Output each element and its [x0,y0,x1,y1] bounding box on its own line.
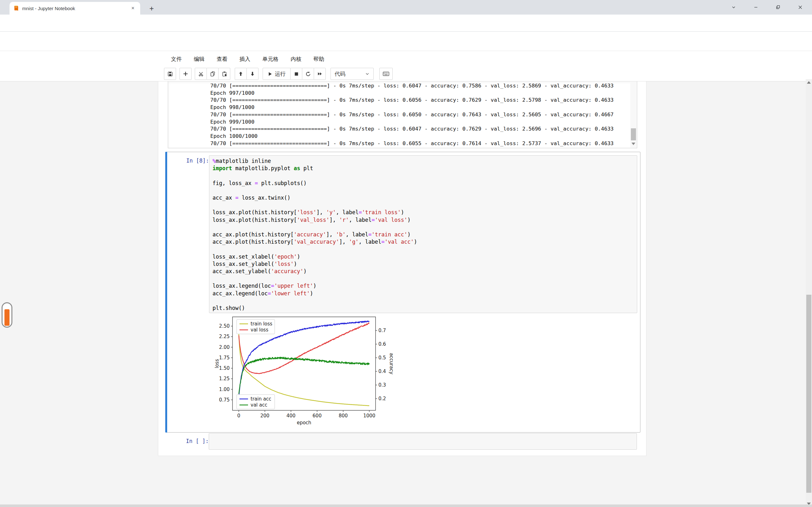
svg-text:2.25: 2.25 [219,334,230,339]
menu-view[interactable]: 查看 [211,55,234,63]
svg-text:1.75: 1.75 [219,355,230,360]
run-label: 运行 [275,70,286,78]
save-icon [167,71,173,77]
window-close-button[interactable] [790,0,811,14]
save-button[interactable] [164,68,176,80]
menu-help[interactable]: 帮助 [307,55,330,63]
scroll-up-icon[interactable] [807,81,811,83]
empty-code-cell[interactable]: In [ ]: [165,430,641,453]
svg-text:train acc: train acc [251,396,271,402]
restart-icon [305,71,311,77]
run-cell-button[interactable]: 运行 [263,68,291,80]
svg-text:0.6: 0.6 [378,341,386,347]
menu-file[interactable]: 文件 [165,55,188,63]
restart-kernel-button[interactable] [302,68,314,80]
new-tab-button[interactable]: + [147,3,157,14]
run-icon [268,72,272,76]
paste-cell-button[interactable] [218,68,230,80]
menu-kernel[interactable]: 内核 [285,55,307,63]
move-cell-up-button[interactable] [235,68,247,80]
tab-close-icon[interactable]: × [130,5,136,12]
training-log-lines: 70/70 [==============================] -… [210,82,629,147]
svg-text:1.25: 1.25 [219,376,230,382]
output-scroll-down-icon[interactable] [631,143,635,145]
move-cell-down-button[interactable] [247,68,258,80]
fast-forward-icon [317,71,322,76]
cell-type-value: 代码 [335,70,345,78]
svg-text:val acc: val acc [251,402,267,408]
edge-extension-progress [4,309,9,326]
restart-run-all-button[interactable] [314,68,326,80]
cut-cell-button[interactable] [195,68,207,80]
svg-text:loss: loss [214,359,220,368]
browser-tab[interactable]: mnist - Jupyter Notebook × [9,2,140,14]
copy-cell-button[interactable] [206,68,218,80]
matplotlib-figure: 020040060080010002.502.252.001.751.501.2… [213,314,397,429]
notebook-page: 70/70 [==============================] -… [0,81,812,507]
svg-text:0.7: 0.7 [378,328,386,333]
svg-text:1000: 1000 [363,413,375,418]
code-cell-selected[interactable]: In [8]: %matplotlib inlineimport matplot… [165,152,641,433]
paste-icon [222,71,227,77]
menu-items: 文件 编辑 查看 插入 单元格 内核 帮助 [165,51,330,67]
plus-icon [183,71,188,76]
svg-text:0.4: 0.4 [378,369,386,374]
svg-text:0: 0 [237,413,241,418]
svg-text:2.00: 2.00 [219,344,230,350]
tab-title: mnist - Jupyter Notebook [22,6,130,11]
chevron-down-icon [365,72,369,76]
copy-icon [210,71,215,77]
code-editor[interactable]: %matplotlib inlineimport matplotlib.pypl… [209,155,637,313]
jupyter-menubar: 文件 编辑 查看 插入 单元格 内核 帮助 不可信 Python 3 (ipyk… [0,51,812,67]
arrow-down-icon [250,71,255,76]
training-output-scroll-area[interactable]: 70/70 [==============================] -… [168,81,637,148]
cell-type-select[interactable]: 代码 [331,68,374,80]
tab-search-chevron-icon[interactable] [723,0,744,14]
menu-edit[interactable]: 编辑 [188,55,211,63]
menu-cell[interactable]: 单元格 [256,55,285,63]
scissors-icon [198,71,204,77]
notebook-container: 70/70 [==============================] -… [158,81,647,456]
svg-text:400: 400 [287,413,296,418]
svg-text:1.00: 1.00 [219,387,230,392]
svg-text:2.50: 2.50 [219,323,230,329]
code-lines: %matplotlib inlineimport matplotlib.pypl… [212,158,634,312]
menu-insert[interactable]: 插入 [234,55,256,63]
svg-text:train loss: train loss [251,321,272,327]
screen: mnist - Jupyter Notebook × + [0,0,812,507]
jupyter-header: jupyter mnist 最新检查点: 14 分钟前（已自动保存） 注销 [0,32,812,51]
empty-input-prompt: In [ ]: [175,438,209,444]
keyboard-icon [383,72,389,76]
add-cell-button[interactable] [180,68,192,80]
svg-text:epoch: epoch [297,420,311,426]
browser-titlebar: mnist - Jupyter Notebook × + [0,0,812,14]
svg-text:800: 800 [339,413,348,418]
window-bottom-edge [0,504,812,507]
command-palette-button[interactable] [379,68,393,80]
page-scrollbar-thumb[interactable] [806,295,811,493]
stop-icon [294,72,299,76]
output-scrollbar-thumb[interactable] [631,128,636,140]
output-scrollbar[interactable] [630,81,637,148]
svg-text:0.5: 0.5 [378,355,386,360]
window-restore-button[interactable] [768,0,789,14]
page-scrollbar[interactable] [806,79,812,507]
jupyter-favicon-icon [13,5,19,11]
svg-text:0.2: 0.2 [378,396,386,401]
arrow-up-icon [238,71,243,76]
svg-text:600: 600 [312,413,322,418]
svg-text:0.3: 0.3 [378,382,386,388]
jupyter-toolbar: 运行 代码 [0,67,812,81]
svg-text:accuracy: accuracy [389,353,394,375]
window-minimize-button[interactable] [745,0,766,14]
svg-text:val loss: val loss [251,327,268,333]
empty-code-editor[interactable] [209,433,637,450]
selected-cell-indicator [165,152,167,433]
input-prompt: In [8]: [175,158,209,164]
browser-addressbar: localhost:8888/notebooks/demo/mnist.ipyn… [0,14,812,32]
edge-extension-handle[interactable] [2,302,12,328]
svg-text:200: 200 [260,413,270,418]
svg-text:0.75: 0.75 [219,397,230,403]
interrupt-kernel-button[interactable] [290,68,302,80]
svg-text:1.50: 1.50 [219,365,230,371]
